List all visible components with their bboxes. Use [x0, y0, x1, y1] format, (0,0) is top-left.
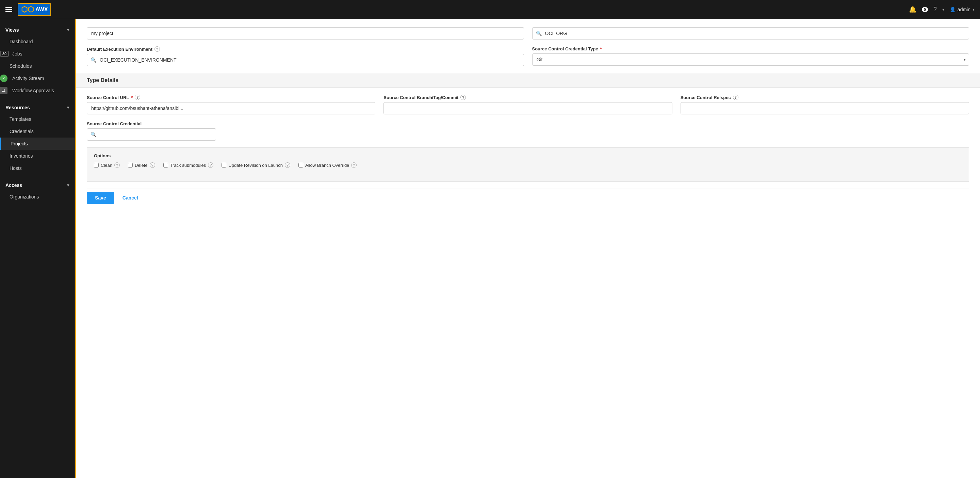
sc-branch-help-icon[interactable]: ? — [460, 95, 466, 100]
sc-refspec-label: Source Control Refspec ? — [681, 95, 969, 100]
type-details-divider: Type Details — [76, 73, 980, 88]
resources-chevron-icon: ▾ — [67, 105, 69, 110]
notification-bell-icon[interactable]: 🔔 — [909, 6, 916, 13]
sidebar-access-section: Access ▾ Organizations — [0, 177, 75, 206]
option-track-submodules[interactable]: Track submodules ? — [163, 163, 214, 168]
option-track-submodules-checkbox[interactable] — [163, 163, 168, 167]
option-clean-help-icon[interactable]: ? — [115, 163, 120, 168]
execution-environment-search-button[interactable]: 🔍 — [87, 57, 100, 63]
sc-credential-type-label: Source Control Credential Type * — [532, 46, 969, 51]
sidebar-item-schedules[interactable]: Schedules — [0, 60, 75, 72]
sidebar-item-hosts[interactable]: Hosts — [0, 162, 75, 174]
sc-url-help-icon[interactable]: ? — [135, 95, 140, 100]
option-update-revision-checkbox[interactable] — [221, 163, 226, 167]
sidebar-access-header[interactable]: Access ▾ — [0, 180, 75, 191]
sidebar-item-workflow-approvals[interactable]: ⇄ Workflow Approvals — [0, 84, 75, 97]
sidebar-item-templates[interactable]: Templates — [0, 113, 75, 125]
sidebar: Views ▾ Dashboard 39 Jobs Schedules ✓ Ac… — [0, 19, 75, 478]
sidebar-resources-section: Resources ▾ Templates Credentials Projec… — [0, 99, 75, 177]
options-section: Options Clean ? Delete ? Track submod — [87, 147, 969, 182]
option-track-submodules-label: Track submodules — [170, 163, 206, 168]
execution-environment-help-icon[interactable]: ? — [154, 46, 160, 52]
project-name-input[interactable]: my project — [87, 27, 524, 40]
user-menu[interactable]: 👤 admin ▾ — [950, 7, 975, 12]
dashboard-label: Dashboard — [10, 39, 33, 44]
group-sc-credential-type: Source Control Credential Type * Manual … — [532, 46, 969, 66]
option-allow-branch-override-label: Allow Branch Override — [305, 163, 349, 168]
organization-search-button[interactable]: 🔍 — [533, 31, 545, 36]
sidebar-item-projects[interactable]: Projects — [0, 137, 75, 150]
sc-refspec-input[interactable] — [681, 102, 969, 115]
sidebar-item-activity-stream[interactable]: ✓ Activity Stream — [0, 72, 75, 84]
workflow-swap-icon: ⇄ — [0, 87, 8, 94]
option-clean-checkbox[interactable] — [94, 163, 99, 167]
sidebar-views-section: Views ▾ Dashboard 39 Jobs Schedules ✓ Ac… — [0, 22, 75, 99]
sidebar-item-inventories[interactable]: Inventories — [0, 150, 75, 162]
option-delete-checkbox[interactable] — [128, 163, 133, 167]
sidebar-item-dashboard[interactable]: Dashboard — [0, 35, 75, 48]
templates-label: Templates — [10, 116, 31, 122]
sc-refspec-help-icon[interactable]: ? — [733, 95, 738, 100]
sc-credential-type-select[interactable]: Manual Git SVN Insights Remote Archive — [532, 53, 969, 66]
row-sc-credential: Source Control Credential 🔍 — [87, 121, 969, 140]
option-allow-branch-override-help-icon[interactable]: ? — [351, 163, 356, 168]
top-navigation: ⬡⬡ AWX 🔔 0 ? ▾ 👤 admin ▾ — [0, 0, 980, 19]
sidebar-item-credentials[interactable]: Credentials — [0, 125, 75, 137]
row-name-org: my project 🔍 — [87, 27, 969, 40]
jobs-badge: 39 — [0, 51, 9, 57]
sidebar-item-jobs[interactable]: 39 Jobs — [0, 48, 75, 60]
access-chevron-icon: ▾ — [67, 183, 69, 188]
hosts-label: Hosts — [10, 166, 22, 171]
option-delete[interactable]: Delete ? — [128, 163, 155, 168]
row-exec-env-sc-type: Default Execution Environment ? 🔍 Source… — [87, 46, 969, 66]
views-chevron-icon: ▾ — [67, 27, 69, 32]
sc-credential-type-select-wrapper: Manual Git SVN Insights Remote Archive ▾ — [532, 53, 969, 66]
organizations-label: Organizations — [10, 194, 39, 199]
organization-input[interactable] — [545, 31, 969, 36]
sc-branch-input[interactable] — [383, 102, 672, 115]
projects-label: Projects — [11, 141, 28, 147]
group-sc-refspec: Source Control Refspec ? — [681, 95, 969, 115]
option-delete-label: Delete — [135, 163, 148, 168]
access-label: Access — [5, 182, 22, 188]
type-details-heading: Type Details — [87, 77, 969, 83]
sidebar-views-header[interactable]: Views ▾ — [0, 24, 75, 35]
main-layout: Views ▾ Dashboard 39 Jobs Schedules ✓ Ac… — [0, 19, 980, 478]
topnav-right: 🔔 0 ? ▾ 👤 admin ▾ — [909, 6, 975, 13]
sc-url-label: Source Control URL * ? — [87, 95, 375, 100]
user-icon: 👤 — [950, 7, 956, 12]
organization-input-wrapper: 🔍 — [532, 27, 969, 40]
user-label: admin — [958, 7, 970, 12]
main-content: my project 🔍 Default Execution Environme… — [75, 19, 980, 478]
sc-url-required: * — [131, 95, 133, 100]
sc-branch-label: Source Control Branch/Tag/Commit ? — [383, 95, 672, 100]
sc-url-input[interactable] — [87, 102, 375, 115]
sidebar-item-organizations[interactable]: Organizations — [0, 191, 75, 203]
option-delete-help-icon[interactable]: ? — [150, 163, 155, 168]
sc-credential-input[interactable] — [100, 132, 216, 137]
option-update-revision[interactable]: Update Revision on Launch ? — [221, 163, 290, 168]
group-sc-credential: Source Control Credential 🔍 — [87, 121, 216, 140]
execution-environment-input[interactable] — [100, 57, 524, 63]
sc-credential-label: Source Control Credential — [87, 121, 216, 126]
execution-environment-input-wrapper: 🔍 — [87, 54, 524, 66]
logo: ⬡⬡ AWX — [18, 3, 51, 16]
help-icon[interactable]: ? — [933, 6, 937, 13]
help-chevron-icon[interactable]: ▾ — [942, 7, 944, 12]
option-clean[interactable]: Clean ? — [94, 163, 120, 168]
option-allow-branch-override[interactable]: Allow Branch Override ? — [298, 163, 356, 168]
inventories-label: Inventories — [10, 153, 33, 159]
option-track-submodules-help-icon[interactable]: ? — [208, 163, 213, 168]
sc-credential-search-button[interactable]: 🔍 — [87, 132, 100, 137]
awx-logo: ⬡⬡ AWX — [18, 3, 51, 16]
sc-credential-input-wrapper: 🔍 — [87, 128, 216, 140]
option-update-revision-help-icon[interactable]: ? — [285, 163, 290, 168]
option-allow-branch-override-checkbox[interactable] — [298, 163, 303, 167]
options-label: Options — [94, 153, 962, 158]
group-sc-url: Source Control URL * ? — [87, 95, 375, 115]
sidebar-resources-header[interactable]: Resources ▾ — [0, 102, 75, 113]
form-container: my project 🔍 Default Execution Environme… — [76, 19, 980, 212]
save-button[interactable]: Save — [87, 192, 115, 204]
hamburger-menu[interactable] — [5, 7, 12, 12]
cancel-button[interactable]: Cancel — [118, 192, 142, 204]
